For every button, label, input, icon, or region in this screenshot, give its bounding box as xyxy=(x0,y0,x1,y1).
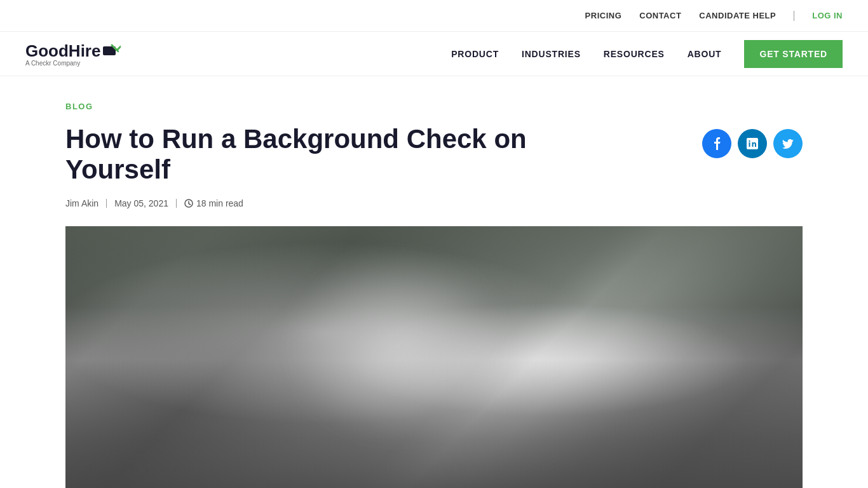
logo-text: GoodHire xyxy=(25,41,121,61)
twitter-icon xyxy=(782,139,794,149)
get-started-button[interactable]: GET STARTED xyxy=(744,40,843,68)
article-title: How to Run a Background Check on Yoursel… xyxy=(65,124,637,186)
top-bar: PRICING CONTACT CANDIDATE HELP LOG IN xyxy=(0,0,868,32)
login-link[interactable]: LOG IN xyxy=(812,11,843,20)
logo[interactable]: GoodHire A Checkr Company xyxy=(25,41,121,67)
contact-link[interactable]: CONTACT xyxy=(639,11,681,20)
blog-label: BLOG xyxy=(65,102,803,111)
nav-industries[interactable]: INDUSTRIES xyxy=(522,49,581,59)
logo-icon xyxy=(103,44,121,58)
meta-divider xyxy=(106,199,107,208)
linkedin-share-button[interactable] xyxy=(738,129,767,158)
logo-name: GoodHire xyxy=(25,41,100,61)
candidate-help-link[interactable]: CANDIDATE HELP xyxy=(699,11,776,20)
article-header: How to Run a Background Check on Yoursel… xyxy=(65,124,803,186)
social-buttons xyxy=(702,129,803,158)
linkedin-icon xyxy=(747,138,758,149)
pricing-link[interactable]: PRICING xyxy=(585,11,622,20)
nav-resources[interactable]: RESOURCES xyxy=(604,49,665,59)
twitter-share-button[interactable] xyxy=(773,129,803,158)
facebook-share-button[interactable] xyxy=(702,129,731,158)
author: Jim Akin xyxy=(65,198,98,208)
content-area: BLOG How to Run a Background Check on Yo… xyxy=(40,76,828,488)
nav-about[interactable]: ABOUT xyxy=(688,49,722,59)
facebook-icon xyxy=(714,137,721,150)
clock-icon xyxy=(184,199,193,208)
nav-links: PRODUCT INDUSTRIES RESOURCES ABOUT GET S… xyxy=(451,40,843,68)
hero-image xyxy=(65,226,803,488)
main-nav: GoodHire A Checkr Company PRODUCT INDUST… xyxy=(0,32,868,76)
read-time: 18 min read xyxy=(184,198,243,208)
publish-date: May 05, 2021 xyxy=(114,198,168,208)
top-bar-links: PRICING CONTACT CANDIDATE HELP LOG IN xyxy=(585,11,843,21)
article-meta: Jim Akin May 05, 2021 18 min read xyxy=(65,198,803,208)
meta-divider-2 xyxy=(176,199,177,208)
logo-tagline: A Checkr Company xyxy=(25,60,80,67)
divider xyxy=(794,11,794,21)
nav-product[interactable]: PRODUCT xyxy=(451,49,499,59)
